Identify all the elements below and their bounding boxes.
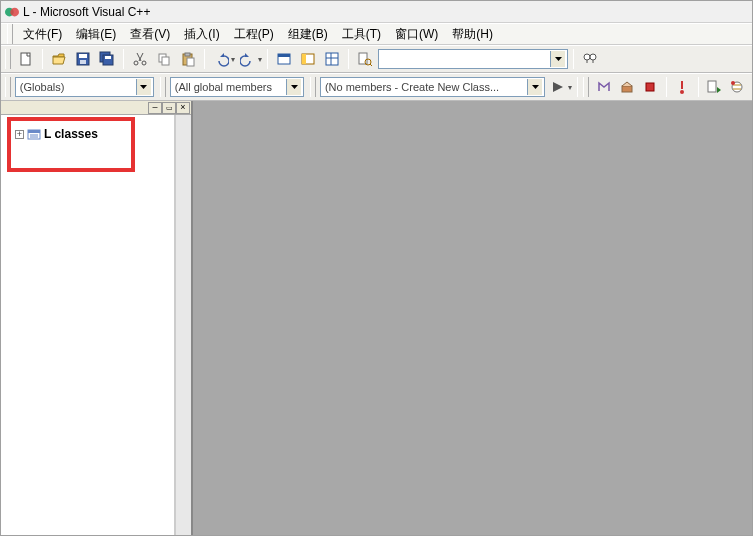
toolbar-grip[interactable] [583,77,589,97]
toolbar-grip[interactable] [7,24,13,44]
expand-icon[interactable]: + [15,130,24,139]
breakpoint-button[interactable] [727,76,748,98]
toolbar-grip[interactable] [5,49,11,69]
separator [666,77,667,97]
svg-rect-33 [28,130,40,133]
app-icon [5,5,19,19]
panel-header: – ▭ × [1,101,191,115]
svg-rect-21 [359,53,367,64]
tree-root-label: L classes [44,127,98,141]
chevron-down-icon[interactable] [527,79,542,95]
separator [267,49,268,69]
members-combo-value: (All global members [175,81,272,93]
scrollbar-vertical[interactable] [175,115,191,535]
toolbar-grip[interactable] [5,77,11,97]
menu-tools[interactable]: 工具(T) [336,24,387,45]
chevron-down-icon[interactable] [550,51,565,67]
svg-rect-19 [302,54,306,64]
redo-dropdown[interactable]: ▾ [258,55,262,64]
compile-button[interactable] [593,76,614,98]
separator [123,49,124,69]
separator [573,49,574,69]
window-list-button[interactable] [321,48,343,70]
svg-rect-15 [187,58,194,66]
undo-button[interactable] [210,48,232,70]
create-class-combo-value: (No members - Create New Class... [325,81,499,93]
mdi-client-area[interactable] [193,101,752,535]
output-button[interactable] [297,48,319,70]
toolbar-grip[interactable] [310,77,316,97]
svg-rect-29 [708,81,716,92]
new-file-button[interactable] [15,48,37,70]
separator [577,77,578,97]
create-class-combo[interactable]: (No members - Create New Class... [320,77,545,97]
class-view-tree[interactable]: + L classes [1,115,175,535]
menu-help[interactable]: 帮助(H) [446,24,499,45]
svg-point-28 [680,90,684,94]
toolbar-grip[interactable] [160,77,166,97]
save-button[interactable] [72,48,94,70]
svg-rect-25 [622,86,632,92]
workspace: – ▭ × + L classes [1,101,752,535]
find-combo[interactable] [378,49,568,69]
panel-minimize-button[interactable]: – [148,102,162,114]
menu-edit[interactable]: 编辑(E) [70,24,122,45]
svg-rect-2 [21,53,30,65]
svg-rect-27 [681,81,683,89]
build-button[interactable] [616,76,637,98]
actions-dropdown[interactable]: ▾ [568,83,572,92]
svg-point-1 [10,7,19,16]
panel-close-button[interactable]: × [176,102,190,114]
svg-rect-8 [105,56,111,59]
separator [204,49,205,69]
menu-file[interactable]: 文件(F) [17,24,68,45]
find-in-files-button[interactable] [354,48,376,70]
workspace-button[interactable] [273,48,295,70]
svg-rect-14 [185,53,190,56]
scope-combo-value: (Globals) [20,81,65,93]
stop-build-button[interactable] [639,76,660,98]
separator [698,77,699,97]
svg-point-31 [731,81,735,85]
svg-point-9 [134,61,138,65]
svg-rect-12 [162,57,169,65]
svg-point-10 [142,61,146,65]
svg-rect-17 [278,54,290,57]
tree-root-row[interactable]: + L classes [13,125,170,143]
members-combo[interactable]: (All global members [170,77,304,97]
cut-button[interactable] [129,48,151,70]
save-all-button[interactable] [96,48,118,70]
menu-build[interactable]: 组建(B) [282,24,334,45]
menu-bar: 文件(F) 编辑(E) 查看(V) 插入(I) 工程(P) 组建(B) 工具(T… [1,23,752,45]
separator [42,49,43,69]
copy-button[interactable] [153,48,175,70]
execute-button[interactable] [672,76,693,98]
svg-rect-5 [80,60,86,64]
chevron-down-icon[interactable] [286,79,301,95]
menu-project[interactable]: 工程(P) [228,24,280,45]
find-button[interactable] [579,48,601,70]
redo-button[interactable] [237,48,259,70]
wizard-toolbar: (Globals) (All global members (No member… [1,73,752,101]
classes-folder-icon [27,127,41,141]
svg-rect-26 [646,83,654,91]
scope-combo[interactable]: (Globals) [15,77,154,97]
svg-rect-20 [326,53,338,65]
go-button[interactable] [547,76,568,98]
open-button[interactable] [48,48,70,70]
chevron-down-icon[interactable] [136,79,151,95]
undo-dropdown[interactable]: ▾ [231,55,235,64]
panel-restore-button[interactable]: ▭ [162,102,176,114]
workspace-panel: – ▭ × + L classes [1,101,193,535]
svg-point-24 [590,54,596,60]
go-debug-button[interactable] [704,76,725,98]
svg-rect-4 [79,54,87,58]
menu-window[interactable]: 窗口(W) [389,24,444,45]
separator [348,49,349,69]
menu-insert[interactable]: 插入(I) [178,24,225,45]
svg-point-23 [584,54,590,60]
paste-button[interactable] [177,48,199,70]
title-bar: L - Microsoft Visual C++ [1,1,752,23]
menu-view[interactable]: 查看(V) [124,24,176,45]
standard-toolbar: ▾ ▾ [1,45,752,73]
